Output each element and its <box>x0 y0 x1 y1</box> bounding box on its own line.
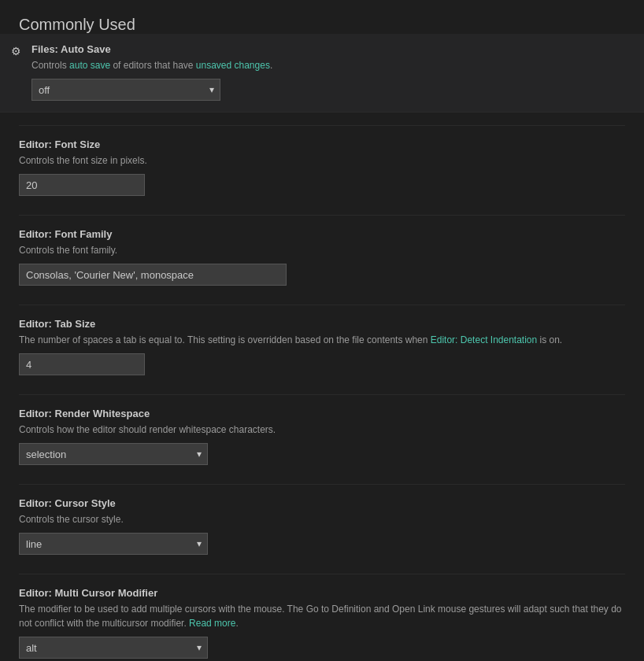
files-autosave-select[interactable]: off afterDelay onFocusChange onWindowCha… <box>31 79 220 101</box>
render-whitespace-select[interactable]: none boundary selection trailing all <box>19 443 208 465</box>
setting-label-multi-cursor-modifier: Editor: Multi Cursor Modifier <box>19 587 625 599</box>
setting-label-files-autosave: Files: Auto Save <box>31 43 625 55</box>
setting-cursor-style: Editor: Cursor Style Controls the cursor… <box>19 484 625 555</box>
font-size-input[interactable] <box>19 174 145 196</box>
files-autosave-select-wrapper: off afterDelay onFocusChange onWindowCha… <box>31 79 220 101</box>
auto-save-link[interactable]: auto save <box>69 60 110 71</box>
setting-files-autosave: ⚙ Files: Auto Save Controls auto save of… <box>0 34 644 113</box>
setting-label-font-size: Editor: Font Size <box>19 138 625 150</box>
gear-icon: ⚙ <box>11 45 21 57</box>
setting-desc-multi-cursor-modifier: The modifier to be used to add multiple … <box>19 602 625 630</box>
setting-label-tab-size: Editor: Tab Size <box>19 318 625 330</box>
render-whitespace-select-wrapper: none boundary selection trailing all <box>19 443 208 465</box>
font-family-input[interactable] <box>19 264 287 286</box>
setting-tab-size: Editor: Tab Size The number of spaces a … <box>19 305 625 375</box>
page-title: Commonly Used <box>19 16 625 34</box>
cursor-style-select[interactable]: line block underline line-thin block-out… <box>19 533 208 555</box>
setting-multi-cursor-modifier: Editor: Multi Cursor Modifier The modifi… <box>19 574 625 659</box>
cursor-style-select-wrapper: line block underline line-thin block-out… <box>19 533 208 555</box>
setting-desc-font-family: Controls the font family. <box>19 243 625 257</box>
setting-label-cursor-style: Editor: Cursor Style <box>19 497 625 509</box>
setting-font-size: Editor: Font Size Controls the font size… <box>19 125 625 196</box>
setting-desc-font-size: Controls the font size in pixels. <box>19 153 625 168</box>
unsaved-changes-link[interactable]: unsaved changes <box>196 60 270 71</box>
setting-desc-files-autosave: Controls auto save of editors that have … <box>31 58 625 72</box>
multi-cursor-modifier-select[interactable]: ctrlCmd alt <box>19 637 208 659</box>
setting-desc-render-whitespace: Controls how the editor should render wh… <box>19 423 625 437</box>
setting-font-family: Editor: Font Family Controls the font fa… <box>19 215 625 286</box>
setting-desc-tab-size: The number of spaces a tab is equal to. … <box>19 333 625 347</box>
setting-label-font-family: Editor: Font Family <box>19 228 625 240</box>
tab-size-input[interactable] <box>19 353 145 375</box>
settings-container: Commonly Used ⚙ Files: Auto Save Control… <box>0 0 644 661</box>
setting-render-whitespace: Editor: Render Whitespace Controls how t… <box>19 394 625 465</box>
setting-label-render-whitespace: Editor: Render Whitespace <box>19 408 625 419</box>
multi-cursor-modifier-select-wrapper: ctrlCmd alt <box>19 637 208 659</box>
read-more-link[interactable]: Read more <box>189 618 235 629</box>
detect-indentation-link-1[interactable]: Editor: Detect Indentation <box>431 334 537 345</box>
setting-desc-cursor-style: Controls the cursor style. <box>19 512 625 526</box>
